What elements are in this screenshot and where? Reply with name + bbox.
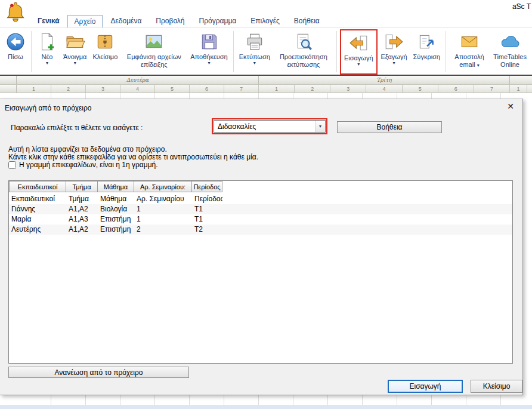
import-button[interactable]: Εισαγωγή — [388, 380, 463, 393]
period-group-tuesday: 1234567 — [259, 85, 510, 93]
menu-item-schedule[interactable]: Πρόγραμμα — [193, 15, 243, 28]
clipboard-info-line-1: Αυτή η λίστα εμφανίζει τα δεδομένα στο π… — [8, 145, 167, 153]
cell-period: T1 — [192, 214, 222, 225]
period-cell: 3 — [86, 85, 120, 93]
toolbar-button-import[interactable]: Εισαγωγή ▾ — [341, 30, 376, 73]
import-type-value: Διδασκαλίες — [214, 122, 315, 131]
cell-period: Περίοδος — [192, 194, 222, 204]
back-icon — [5, 32, 26, 52]
import-type-dropdown[interactable]: Διδασκαλίες ▾ — [214, 120, 326, 133]
cell-teacher: Γιάννης — [9, 204, 66, 214]
table-row[interactable]: Μαρία A1,A3 Επιστήμη 1 T1 — [9, 214, 512, 225]
export-icon — [384, 32, 404, 52]
cell-subject: Επιστήμη — [98, 214, 134, 225]
menu-item-general[interactable]: Γενικά — [31, 15, 66, 28]
close-button[interactable]: Κλείσιμο — [471, 380, 522, 393]
period-cell: 7 — [474, 85, 510, 93]
cell-subject: Βιολογία — [98, 204, 134, 214]
import-icon — [348, 33, 369, 53]
save-icon — [199, 32, 219, 52]
cell-teacher: Λευτέρης — [9, 225, 66, 235]
new-file-icon — [37, 32, 57, 52]
period-group-partial: 12 — [510, 85, 532, 93]
menu-item-view[interactable]: Προβολή — [149, 15, 191, 28]
toolbar-button-send-email[interactable]: Αποστολή email ▾ — [449, 29, 490, 69]
toolbar-button-label: Εμφάνιση αρχείων επίδειξης — [123, 53, 184, 69]
cell-subject: Επιστήμη — [98, 225, 134, 235]
import-from-clipboard-dialog: Εισαγωγή από το πρόχειρο ✕ Παρακαλώ επιλ… — [0, 99, 523, 395]
period-cell: 1 — [259, 85, 295, 93]
ribbon-toolbar: Πίσω Νέο ▾ Άνοιγμα — [0, 27, 532, 76]
column-header-button[interactable]: Περίοδος — [192, 181, 222, 192]
toolbar-button-demo-files[interactable]: Εμφάνιση αρχείων επίδειξης — [120, 29, 187, 69]
toolbar-button-label: Αποστολή email — [454, 53, 484, 68]
cell-seminar: 2 — [134, 225, 192, 235]
toolbar-button-export[interactable]: Εξαγωγή ▾ — [378, 29, 410, 66]
toolbar-button-timetables-online[interactable]: TimeTables Online — [490, 29, 530, 69]
help-button[interactable]: Βοήθεια — [337, 121, 442, 133]
close-icon[interactable]: ✕ — [507, 102, 514, 110]
app-window: aSc T Γενικά Αρχείο Δεδομένα Προβολή Πρό… — [0, 0, 532, 409]
cell-class: A1,A3 — [66, 214, 98, 225]
clipboard-info-line-2: Κάντε κλικ στην κάθε επικεφαλίδα για να … — [8, 153, 258, 161]
header-row-checkbox[interactable] — [8, 161, 16, 169]
toolbar-button-label: TimeTables Online — [493, 53, 527, 69]
dropdown-arrow-icon: ▾ — [393, 61, 395, 66]
day-header-partial — [510, 76, 532, 85]
period-header-stub — [0, 85, 17, 93]
table-rows: Εκπαιδευτικοί Τμήμα Μάθημα Αρ. Σεμιναρίο… — [9, 194, 512, 235]
highlight-box-import-button: Εισαγωγή ▾ — [340, 29, 378, 75]
period-header-row: 1234567 1234567 12 — [0, 85, 532, 93]
dropdown-arrow-icon: ▾ — [74, 61, 76, 66]
toolbar-button-print-preview[interactable]: Προεπισκόπηση εκτύπωσης — [273, 29, 334, 69]
period-cell: 5 — [155, 85, 190, 93]
period-cell: 2 — [527, 85, 532, 93]
table-row[interactable]: Λευτέρης A1,A2 Επιστήμη 2 T2 — [9, 225, 512, 235]
toolbar-button-save[interactable]: Αποθήκευση ▾ — [187, 29, 230, 66]
menu-item-help[interactable]: Βοήθεια — [287, 15, 326, 28]
cell-seminar: 1 — [134, 204, 192, 214]
period-cell: 6 — [190, 85, 224, 93]
toolbar-button-compare[interactable]: Σύγκριση — [410, 29, 443, 61]
cell-class: Τμήμα — [66, 194, 98, 204]
cell-class: A1,A2 — [66, 204, 98, 214]
timetable-bottom-strip — [0, 405, 532, 409]
table-row[interactable]: Γιάννης A1,A2 Βιολογία 1 T1 — [9, 204, 512, 214]
menu-item-options[interactable]: Επιλογές — [244, 15, 286, 28]
demo-files-icon — [144, 32, 164, 52]
day-header-row: Δευτέρα Τρίτη — [0, 76, 532, 85]
menu-item-file[interactable]: Αρχείο — [67, 15, 103, 28]
toolbar-button-label: Πίσω — [8, 53, 23, 61]
cell-teacher: Μαρία — [9, 214, 66, 225]
cloud-icon — [500, 32, 520, 52]
menu-bar: Γενικά Αρχείο Δεδομένα Προβολή Πρόγραμμα… — [31, 15, 326, 28]
toolbar-button-print[interactable]: Εκτύπωση ▾ — [236, 29, 273, 66]
cell-period: T2 — [192, 225, 222, 235]
refresh-from-clipboard-button[interactable]: Ανανέωση από το πρόχειρο — [8, 367, 189, 378]
period-cell: 3 — [330, 85, 366, 93]
window-title: aSc T — [512, 2, 531, 11]
menu-item-data[interactable]: Δεδομένα — [104, 15, 148, 28]
compare-icon — [416, 32, 437, 52]
toolbar-button-text: Αποστολή email ▾ — [451, 53, 487, 69]
toolbar-button-open[interactable]: Άνοιγμα ▾ — [60, 29, 89, 66]
day-header-stub — [0, 76, 17, 85]
toolbar-separator — [446, 31, 446, 72]
timetable-header: Δευτέρα Τρίτη 1234567 1234567 12 — [0, 76, 532, 93]
column-header-button[interactable]: Αρ. Σεμιναρίου: — [134, 181, 192, 192]
column-header-button[interactable]: Μάθημα — [98, 181, 134, 192]
toolbar-button-back[interactable]: Πίσω — [2, 29, 29, 61]
table-row[interactable]: Εκπαιδευτικοί Τμήμα Μάθημα Αρ. Σεμιναρίο… — [9, 194, 512, 204]
print-preview-icon — [293, 32, 314, 52]
period-cell: 1 — [510, 85, 527, 93]
toolbar-button-new[interactable]: Νέο ▾ — [34, 29, 60, 66]
dropdown-arrow-icon: ▾ — [46, 61, 48, 66]
column-header-button[interactable]: Τμήμα — [66, 181, 98, 192]
title-menu-bar: aSc T Γενικά Αρχείο Δεδομένα Προβολή Πρό… — [0, 0, 532, 27]
period-cell: 2 — [51, 85, 86, 93]
header-row-checkbox-row: Η γραμμή επικεφαλίδων, είναι η 1η γραμμή… — [8, 161, 158, 169]
toolbar-separator — [233, 31, 234, 72]
column-header-button[interactable]: Εκπαιδευτικοί — [9, 181, 66, 192]
toolbar-button-close-file[interactable]: Κλείσιμο — [89, 29, 120, 61]
cell-teacher: Εκπαιδευτικοί — [9, 194, 66, 204]
